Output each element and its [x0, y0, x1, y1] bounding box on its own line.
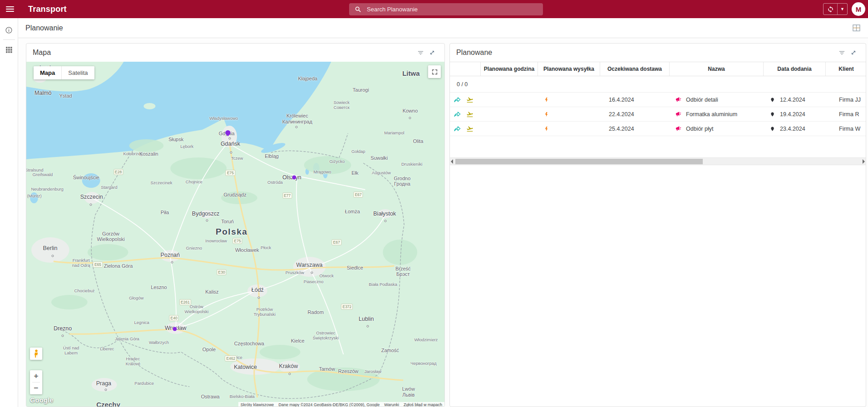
map-attribution-link[interactable]: Warunki: [382, 402, 401, 407]
table-header-row: Planowana godzinaPlanowana wysyłkaOczeki…: [450, 62, 866, 76]
road-shield: E261: [179, 299, 191, 305]
sync-icon[interactable]: [824, 4, 837, 15]
menu-icon[interactable]: [0, 0, 20, 18]
horizontal-scrollbar[interactable]: [450, 157, 866, 165]
bolt-icon: [544, 126, 549, 132]
cell-oczekiwana-dostawa: 22.4.2024: [600, 107, 669, 121]
cell-oczekiwana-dostawa: 25.4.2024: [600, 122, 669, 136]
expand-icon[interactable]: [426, 47, 438, 59]
road-shield: E462: [225, 355, 237, 361]
info-icon[interactable]: [0, 23, 18, 37]
bolt-icon: [544, 97, 549, 103]
map-city-dot: [206, 219, 208, 221]
forward-arrow-icon: [454, 96, 461, 103]
column-header[interactable]: Planowana godzina: [480, 62, 538, 76]
column-header[interactable]: Nazwa: [669, 62, 763, 76]
road-shield: E75: [226, 170, 235, 176]
scrollbar-thumb[interactable]: [455, 159, 703, 164]
map-city-dot: [104, 389, 107, 391]
scroll-left-arrow[interactable]: [451, 159, 453, 164]
map-attribution-link[interactable]: Zgłoś błąd w mapach: [401, 402, 444, 407]
cell-klient: Firma R: [825, 107, 866, 121]
chevron-down-icon[interactable]: ▼: [837, 4, 847, 15]
cell-klient: Firma JJ: [825, 93, 866, 107]
layout-grid-icon[interactable]: [850, 22, 863, 34]
cell-klient: Firma W: [825, 122, 866, 136]
map-type-map-button[interactable]: Mapa: [34, 66, 61, 79]
apps-grid-icon[interactable]: [0, 43, 18, 56]
table-row[interactable]: 25.4.2024Odbiór płyt23.4.2024Firma W: [450, 122, 866, 136]
location-pin-icon: [770, 111, 775, 118]
google-logo[interactable]: Google: [30, 397, 54, 404]
page-title: Planowanie: [25, 24, 63, 32]
column-header[interactable]: [450, 62, 480, 76]
column-header[interactable]: Data dodania: [763, 62, 825, 76]
road-shield: E28: [113, 169, 123, 175]
avatar[interactable]: M: [852, 2, 865, 16]
road-shield: E65: [93, 261, 103, 267]
map-type-satellite-button[interactable]: Satelita: [61, 66, 94, 79]
forward-arrow-icon: [454, 111, 461, 118]
cell-data-dodania: 23.4.2024: [763, 122, 825, 136]
zoom-out-button[interactable]: −: [30, 382, 42, 394]
map-city-dot: [409, 117, 411, 119]
road-shield: E75: [233, 238, 242, 244]
filter-icon[interactable]: [836, 47, 848, 59]
filter-icon[interactable]: [414, 47, 426, 59]
top-app-bar: Transport Search Planowanie ▼ M: [0, 0, 868, 18]
map-attribution-link[interactable]: Dane mapy ©2024 GeoBasis-DE/BKG (©2009),…: [276, 402, 382, 407]
forward-arrow-icon: [454, 125, 461, 132]
column-header[interactable]: Planowana wysyłka: [538, 62, 600, 76]
flight-land-icon: [466, 96, 473, 103]
selection-count: 0 / 0: [450, 76, 866, 93]
map-marker[interactable]: [292, 176, 296, 180]
map-city-dot: [171, 261, 173, 263]
megaphone-icon: [675, 96, 682, 103]
table-row[interactable]: 22.4.2024Formatka aluminium19.4.2024Firm…: [450, 107, 866, 122]
street-view-pegman[interactable]: [30, 348, 42, 360]
page-header: Planowanie: [18, 18, 868, 38]
planned-panel: Planowane Planowana godzinaPlanowana wys…: [449, 43, 866, 407]
location-pin-icon: [770, 97, 775, 103]
megaphone-icon: [675, 125, 682, 132]
map-panel-title: Mapa: [33, 49, 51, 57]
map-marker[interactable]: [173, 327, 177, 331]
map-city-dot: [295, 126, 297, 128]
planned-panel-title: Planowane: [456, 49, 492, 57]
map-city-dot: [385, 220, 387, 222]
map-attribution-link[interactable]: Skróty klawiszowe: [238, 402, 276, 407]
bolt-icon: [544, 111, 549, 118]
search-placeholder: Search Planowanie: [367, 6, 418, 13]
scroll-right-arrow[interactable]: [863, 159, 865, 164]
column-header[interactable]: Oczekiwana dostawa: [600, 62, 669, 76]
zoom-in-button[interactable]: +: [30, 370, 42, 382]
map-zoom-control: + −: [30, 370, 42, 394]
cell-nazwa: Odbiór detali: [669, 93, 763, 107]
cell-nazwa: Odbiór płyt: [669, 122, 763, 136]
map-city-dot: [289, 373, 291, 375]
cell-planowana-godzina: [480, 122, 538, 136]
map-city-dot: [89, 203, 92, 206]
search-input[interactable]: Search Planowanie: [349, 3, 543, 15]
map-city-dot: [311, 271, 313, 274]
map-city-dot: [52, 255, 54, 257]
map-fullscreen-button[interactable]: [428, 65, 441, 78]
app-title: Transport: [28, 5, 67, 14]
table-row[interactable]: 16.4.2024Odbiór detali12.4.2024Firma JJ: [450, 93, 866, 107]
search-icon: [355, 6, 361, 13]
column-header[interactable]: Klient: [825, 62, 866, 76]
location-pin-icon: [770, 126, 775, 132]
left-rail: [0, 18, 18, 407]
megaphone-icon: [675, 111, 682, 118]
sync-split-button: ▼: [823, 3, 848, 15]
expand-icon[interactable]: [848, 47, 859, 59]
cell-data-dodania: 19.4.2024: [763, 107, 825, 121]
map-city-dot: [366, 325, 369, 327]
cell-nazwa: Formatka aluminium: [669, 107, 763, 121]
road-shield: E40: [169, 315, 179, 321]
cell-planowana-godzina: [480, 93, 538, 107]
flight-land-icon: [466, 111, 473, 118]
map-city-dot: [62, 334, 64, 337]
map-attribution: Skróty klawiszoweDane mapy ©2024 GeoBasi…: [238, 402, 444, 407]
map-canvas[interactable]: LundMalmöYstadKłajpedaLitwaTaurogiSowiec…: [26, 62, 444, 407]
